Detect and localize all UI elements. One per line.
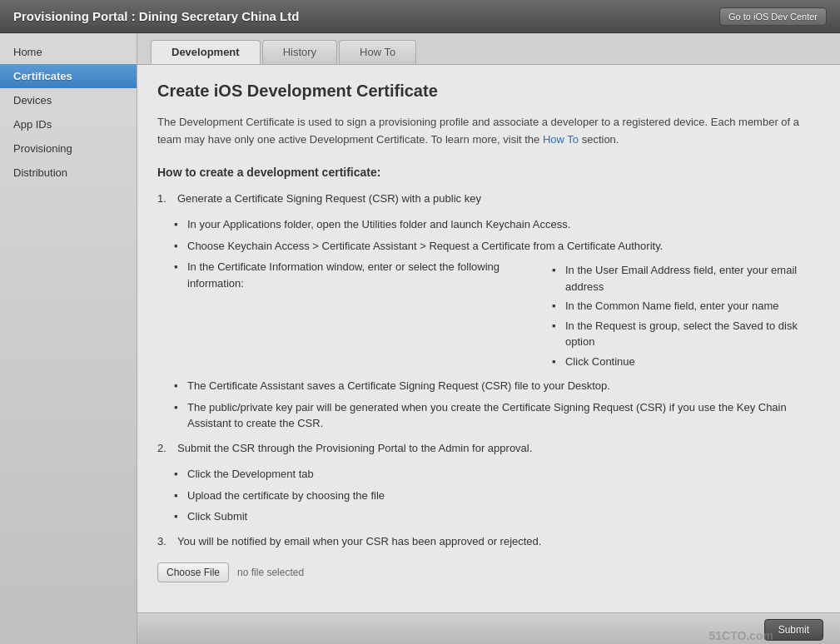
sub-item: ▪Choose Keychain Access > Certificate As… <box>174 238 820 255</box>
watermark: 51CTO.com <box>708 629 773 642</box>
sub-item: ▪In the Certificate Information window, … <box>174 259 820 373</box>
sidebar-item-certificates[interactable]: Certificates <box>0 64 137 88</box>
choose-file-button[interactable]: Choose File <box>157 562 229 582</box>
sub-item: ▪Click Submit <box>174 508 820 525</box>
steps-list: 1.Generate a Certificate Signing Request… <box>157 191 820 550</box>
step-text-3: You will be notified by email when your … <box>177 533 820 550</box>
sub-item-text: Choose Keychain Access > Certificate Ass… <box>187 238 663 255</box>
tabs-bar: DevelopmentHistoryHow To <box>137 33 840 65</box>
sidebar-item-home[interactable]: Home <box>0 40 137 64</box>
sub-item-text: Click Submit <box>187 508 247 525</box>
intro-text-2: section. <box>579 133 619 146</box>
step-text-1: Generate a Certificate Signing Request (… <box>177 191 820 207</box>
how-to-link[interactable]: How To <box>543 133 579 146</box>
bullet-icon: ▪ <box>552 298 565 315</box>
sub-sub-item: ▪In the User Email Address field, enter … <box>552 262 820 295</box>
sub-item-text: Upload the certificate by choosing the f… <box>187 488 385 504</box>
header: Provisioning Portal : Dining Secretary C… <box>0 0 840 33</box>
step-1: 1.Generate a Certificate Signing Request… <box>157 191 820 432</box>
no-file-label: no file selected <box>237 567 304 578</box>
sub-item-text: Click the Development tab <box>187 466 314 483</box>
sub-item: ▪Upload the certificate by choosing the … <box>174 488 820 504</box>
bullet-icon: ▪ <box>552 354 565 370</box>
sidebar-item-distribution[interactable]: Distribution <box>0 161 137 185</box>
ios-dev-center-button[interactable]: Go to iOS Dev Center <box>719 7 827 26</box>
sub-sub-item: ▪Click Continue <box>552 354 820 370</box>
sub-sub-item: ▪In the Common Name field, enter your na… <box>552 298 820 315</box>
sub-sub-item: ▪In the Request is group, select the Sav… <box>552 318 820 350</box>
sidebar: HomeCertificatesDevicesApp IDsProvisioni… <box>0 33 137 644</box>
step-num-1: 1. <box>157 191 177 207</box>
file-row: Choose File no file selected <box>157 562 820 582</box>
step-num-2: 2. <box>157 440 177 457</box>
bottom-bar: 51CTO.com Submit <box>137 612 840 644</box>
sub-sub-item-text: In the Request is group, select the Save… <box>565 318 820 350</box>
bullet-icon: ▪ <box>174 238 187 255</box>
bullet-icon: ▪ <box>552 318 565 350</box>
page-title: Create iOS Development Certificate <box>157 82 820 101</box>
bullet-icon: ▪ <box>174 399 187 432</box>
main-layout: HomeCertificatesDevicesApp IDsProvisioni… <box>0 33 840 644</box>
portal-title: Provisioning Portal : Dining Secretary C… <box>13 9 299 23</box>
sub-sub-item-text: Click Continue <box>565 354 635 370</box>
content-area: DevelopmentHistoryHow To Create iOS Deve… <box>137 33 840 644</box>
step-text-2: Submit the CSR through the Provisioning … <box>177 440 820 457</box>
sub-item-text: In the Certificate Information window, e… <box>187 259 535 373</box>
bullet-icon: ▪ <box>552 262 565 295</box>
bullet-icon: ▪ <box>174 216 187 233</box>
bullet-icon: ▪ <box>174 259 187 373</box>
sub-item: ▪The Certificate Assistant saves a Certi… <box>174 378 820 394</box>
sub-sub-item-text: In the Common Name field, enter your nam… <box>565 298 779 315</box>
sub-item-text: The public/private key pair will be gene… <box>187 399 820 432</box>
intro-text-1: The Development Certificate is used to s… <box>157 116 799 146</box>
sub-sub-item-text: In the User Email Address field, enter y… <box>565 262 820 295</box>
step-num-3: 3. <box>157 533 177 550</box>
sub-item-text: The Certificate Assistant saves a Certif… <box>187 378 610 394</box>
step-3: 3.You will be notified by email when you… <box>157 533 820 550</box>
page-content: Create iOS Development Certificate The D… <box>137 65 840 612</box>
intro-paragraph: The Development Certificate is used to s… <box>157 114 820 149</box>
tab-development[interactable]: Development <box>151 40 261 64</box>
bullet-icon: ▪ <box>174 508 187 525</box>
sub-item: ▪In your Applications folder, open the U… <box>174 216 820 233</box>
bullet-icon: ▪ <box>174 488 187 504</box>
sub-item: ▪The public/private key pair will be gen… <box>174 399 820 432</box>
tab-how-to[interactable]: How To <box>339 40 416 64</box>
bullet-icon: ▪ <box>174 466 187 483</box>
sub-item-text: In your Applications folder, open the Ut… <box>187 216 570 233</box>
sidebar-item-devices[interactable]: Devices <box>0 88 137 112</box>
how-to-heading: How to create a development certificate: <box>157 166 820 179</box>
step-2: 2.Submit the CSR through the Provisionin… <box>157 440 820 525</box>
bullet-icon: ▪ <box>174 378 187 394</box>
sidebar-item-app-ids[interactable]: App IDs <box>0 112 137 136</box>
sidebar-item-provisioning[interactable]: Provisioning <box>0 136 137 161</box>
tab-history[interactable]: History <box>262 40 337 64</box>
sub-item: ▪Click the Development tab <box>174 466 820 483</box>
